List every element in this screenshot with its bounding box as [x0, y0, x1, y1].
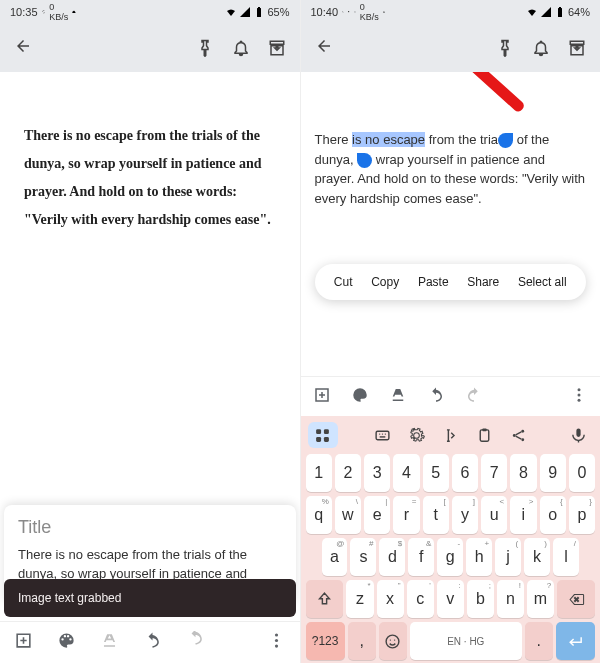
- key-9[interactable]: 9: [540, 454, 566, 492]
- menu-select-all[interactable]: Select all: [518, 275, 567, 289]
- note-title-field[interactable]: Title: [18, 517, 282, 538]
- add-icon[interactable]: [313, 386, 331, 408]
- undo-icon[interactable]: [143, 631, 162, 654]
- key-v[interactable]: v:: [437, 580, 464, 618]
- backspace-key[interactable]: [557, 580, 595, 618]
- wifi-icon: [526, 6, 538, 18]
- key-t[interactable]: t[: [423, 496, 449, 534]
- key-4[interactable]: 4: [393, 454, 419, 492]
- keyboard-row-zxcv: z*x"c'v:b;n!m?: [306, 580, 596, 618]
- selection-handle-start[interactable]: [498, 133, 513, 148]
- key-3[interactable]: 3: [364, 454, 390, 492]
- cloud-icon: [72, 10, 76, 14]
- svg-rect-16: [379, 436, 385, 437]
- snackbar: Image text grabbed: [4, 579, 296, 617]
- keyboard-row-bottom: ?123 , EN · HG .: [306, 622, 596, 660]
- key-w[interactable]: w\: [335, 496, 361, 534]
- period-key[interactable]: .: [525, 622, 553, 660]
- text-format-icon[interactable]: [389, 386, 407, 408]
- comma-key[interactable]: ,: [348, 622, 376, 660]
- key-c[interactable]: c': [407, 580, 434, 618]
- key-y[interactable]: y]: [452, 496, 478, 534]
- key-o[interactable]: o{: [540, 496, 566, 534]
- reminder-icon[interactable]: [532, 39, 550, 57]
- key-r[interactable]: r=: [393, 496, 419, 534]
- svg-rect-18: [482, 428, 486, 431]
- key-0[interactable]: 0: [569, 454, 595, 492]
- svg-rect-17: [480, 429, 489, 440]
- menu-paste[interactable]: Paste: [418, 275, 449, 289]
- apps-icon[interactable]: [308, 422, 338, 448]
- selection-handle-end[interactable]: [357, 153, 372, 168]
- key-a[interactable]: a@: [322, 538, 348, 576]
- text: from the tria: [425, 132, 498, 147]
- dnd-icon: [354, 11, 356, 13]
- numbers-key[interactable]: ?123: [306, 622, 345, 660]
- more-icon[interactable]: [267, 631, 286, 654]
- key-k[interactable]: k): [524, 538, 550, 576]
- key-h[interactable]: h+: [466, 538, 492, 576]
- key-6[interactable]: 6: [452, 454, 478, 492]
- mic-icon[interactable]: [563, 422, 593, 448]
- key-7[interactable]: 7: [481, 454, 507, 492]
- svg-point-5: [578, 388, 581, 391]
- menu-cut[interactable]: Cut: [334, 275, 353, 289]
- more-icon[interactable]: [570, 386, 588, 408]
- space-key[interactable]: EN · HG: [410, 622, 522, 660]
- share-icon[interactable]: [503, 422, 533, 448]
- svg-point-19: [513, 434, 516, 437]
- back-icon[interactable]: [14, 37, 32, 55]
- text-format-icon: [100, 631, 119, 654]
- key-n[interactable]: n!: [497, 580, 524, 618]
- app-bar: [0, 24, 300, 72]
- archive-icon[interactable]: [268, 39, 286, 57]
- svg-point-21: [521, 438, 524, 441]
- key-i[interactable]: i>: [510, 496, 536, 534]
- key-d[interactable]: d$: [379, 538, 405, 576]
- add-icon[interactable]: [14, 631, 33, 654]
- key-z[interactable]: z*: [346, 580, 373, 618]
- shift-key[interactable]: [306, 580, 344, 618]
- key-b[interactable]: b;: [467, 580, 494, 618]
- menu-copy[interactable]: Copy: [371, 275, 399, 289]
- key-p[interactable]: p}: [569, 496, 595, 534]
- key-5[interactable]: 5: [423, 454, 449, 492]
- menu-share[interactable]: Share: [467, 275, 499, 289]
- key-j[interactable]: j(: [495, 538, 521, 576]
- note-toolbar: [301, 376, 601, 416]
- key-l[interactable]: l/: [553, 538, 579, 576]
- svg-point-2: [274, 644, 277, 647]
- undo-icon[interactable]: [427, 386, 445, 408]
- clipboard-icon[interactable]: [469, 422, 499, 448]
- key-f[interactable]: f&: [408, 538, 434, 576]
- key-s[interactable]: s#: [350, 538, 376, 576]
- archive-icon[interactable]: [568, 39, 586, 57]
- pin-icon[interactable]: [196, 39, 214, 57]
- settings-icon[interactable]: [401, 422, 431, 448]
- enter-key[interactable]: [556, 622, 595, 660]
- key-x[interactable]: x": [377, 580, 404, 618]
- key-e[interactable]: e|: [364, 496, 390, 534]
- emoji-key[interactable]: [379, 622, 407, 660]
- key-g[interactable]: g-: [437, 538, 463, 576]
- context-menu: Cut Copy Paste Share Select all: [315, 264, 587, 300]
- key-m[interactable]: m?: [527, 580, 554, 618]
- key-8[interactable]: 8: [510, 454, 536, 492]
- pin-icon[interactable]: [496, 39, 514, 57]
- key-1[interactable]: 1: [306, 454, 332, 492]
- battery-percent: 65%: [267, 6, 289, 18]
- palette-icon[interactable]: [57, 631, 76, 654]
- palette-icon[interactable]: [351, 386, 369, 408]
- redo-icon: [465, 386, 483, 408]
- note-editor[interactable]: There is no escape from the tria of the …: [301, 98, 601, 208]
- key-u[interactable]: u<: [481, 496, 507, 534]
- signal-icon: [540, 6, 552, 18]
- keyboard-suggestion-row: [304, 420, 598, 454]
- cursor-icon[interactable]: [435, 422, 465, 448]
- back-icon[interactable]: [315, 37, 333, 55]
- cloud-icon: [383, 11, 385, 13]
- reminder-icon[interactable]: [232, 39, 250, 57]
- keyboard-config-icon[interactable]: [367, 422, 397, 448]
- key-2[interactable]: 2: [335, 454, 361, 492]
- key-q[interactable]: q%: [306, 496, 332, 534]
